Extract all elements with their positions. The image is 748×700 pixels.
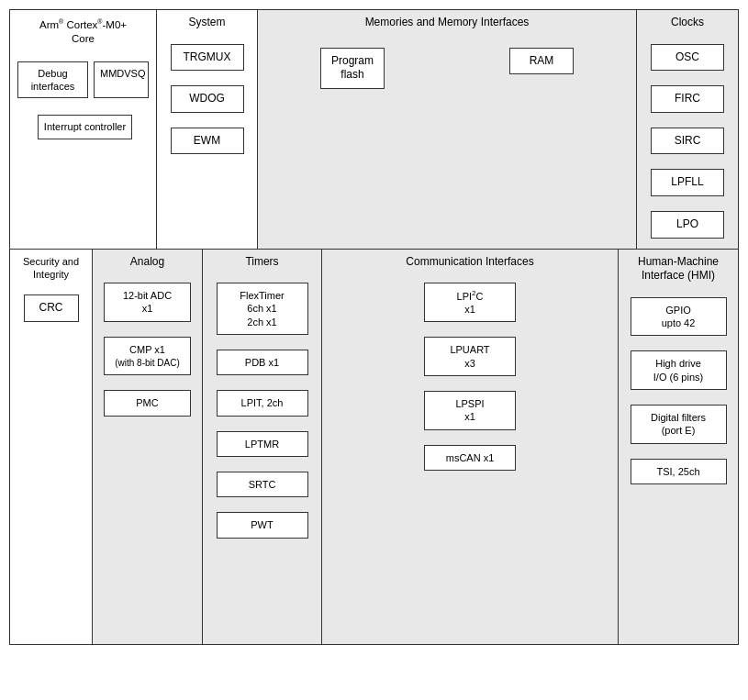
firc-box: FIRC	[651, 85, 724, 113]
system-body: TRGMUX WDOG EWM	[157, 34, 257, 165]
arm-core-header: Arm® Cortex®-M0+Core	[10, 10, 156, 50]
bottom-half: Security and Integrity CRC Analog 12-bit…	[10, 250, 738, 644]
sirc-box: SIRC	[651, 128, 724, 155]
arm-core-section: Arm® Cortex®-M0+Core Debug interfaces MM…	[10, 10, 157, 249]
pmc-box: PMC	[104, 390, 191, 416]
timers-body: FlexTimer6ch x12ch x1 PDB x1 LPIT, 2ch L…	[203, 272, 321, 548]
debug-interfaces-box: Debug interfaces	[17, 61, 88, 99]
timers-header: Timers	[203, 250, 321, 273]
chip-diagram: Arm® Cortex®-M0+Core Debug interfaces MM…	[9, 9, 739, 645]
hmi-header: Human-MachineInterface (HMI)	[619, 250, 738, 287]
clocks-body: OSC FIRC SIRC LPFLL LPO	[637, 34, 738, 249]
lpo-box: LPO	[651, 211, 724, 239]
pdb-box: PDB x1	[217, 350, 308, 375]
adc-box: 12-bit ADCx1	[104, 283, 191, 322]
mscan-box: msCAN x1	[424, 445, 516, 471]
lpfll-box: LPFLL	[651, 169, 724, 196]
srtc-box: SRTC	[217, 472, 308, 497]
top-half: Arm® Cortex®-M0+Core Debug interfaces MM…	[10, 10, 738, 250]
timers-section: Timers FlexTimer6ch x12ch x1 PDB x1 LPIT…	[203, 250, 322, 644]
security-body: CRC	[10, 284, 92, 332]
memories-body: Programflash RAM	[258, 34, 636, 103]
clocks-section: Clocks OSC FIRC SIRC LPFLL LPO	[637, 10, 738, 249]
trgmux-box: TRGMUX	[171, 44, 244, 72]
analog-body: 12-bit ADCx1 CMP x1(with 8-bit DAC) PMC	[93, 272, 202, 426]
lpspi-box: LPSPIx1	[424, 391, 516, 430]
hmi-body: GPIOupto 42 High driveI/O (6 pins) Digit…	[619, 287, 738, 494]
flextimer-box: FlexTimer6ch x12ch x1	[217, 283, 308, 335]
arm-row1: Debug interfaces MMDVSQ	[17, 57, 149, 104]
gpio-box: GPIOupto 42	[631, 297, 727, 337]
lpit-box: LPIT, 2ch	[217, 390, 308, 416]
comm-section: Communication Interfaces LPI2Cx1 LPUARTx…	[322, 250, 619, 644]
wdog-box: WDOG	[171, 85, 244, 113]
system-header: System	[157, 10, 257, 34]
comm-header: Communication Interfaces	[322, 250, 618, 273]
memories-header: Memories and Memory Interfaces	[258, 10, 636, 34]
mmdvsq-box: MMDVSQ	[94, 61, 149, 99]
pwt-box: PWT	[217, 512, 308, 538]
security-section: Security and Integrity CRC	[10, 250, 93, 644]
arm-core-body: Debug interfaces MMDVSQ Interrupt contro…	[10, 50, 156, 151]
ram-box: RAM	[509, 48, 574, 75]
tsi-box: TSI, 25ch	[631, 459, 727, 484]
cmp-box: CMP x1(with 8-bit DAC)	[104, 337, 191, 376]
program-flash-box: Programflash	[320, 48, 385, 89]
comm-body: LPI2Cx1 LPUARTx3 LPSPIx1 msCAN x1	[322, 272, 618, 481]
interrupt-controller-box: Interrupt controller	[38, 115, 132, 139]
security-header: Security and Integrity	[10, 250, 92, 285]
digital-filters-box: Digital filters(port E)	[631, 405, 727, 444]
analog-header: Analog	[93, 250, 202, 273]
crc-box: CRC	[24, 294, 79, 322]
lpi2c-box: LPI2Cx1	[424, 283, 516, 322]
lptmr-box: LPTMR	[217, 431, 308, 457]
memories-section: Memories and Memory Interfaces Programfl…	[258, 10, 637, 249]
analog-section: Analog 12-bit ADCx1 CMP x1(with 8-bit DA…	[93, 250, 203, 644]
high-drive-box: High driveI/O (6 pins)	[631, 350, 727, 390]
lpuart-box: LPUARTx3	[424, 337, 516, 376]
hmi-section: Human-MachineInterface (HMI) GPIOupto 42…	[619, 250, 738, 644]
osc-box: OSC	[651, 44, 724, 72]
ewm-box: EWM	[171, 128, 244, 155]
system-section: System TRGMUX WDOG EWM	[157, 10, 258, 249]
clocks-header: Clocks	[637, 10, 738, 34]
